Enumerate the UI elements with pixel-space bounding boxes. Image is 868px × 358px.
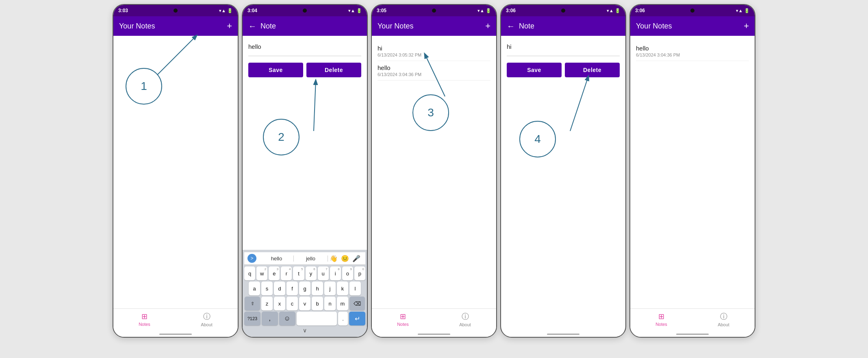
- key-w[interactable]: w2: [256, 266, 267, 280]
- key-row2-2: a s d f g h j k l: [244, 282, 365, 295]
- about-label-3: About: [459, 322, 471, 327]
- phone-2: 3:04 ▾▲ 🔋 ← Note hello Save Delete > hel…: [242, 4, 368, 338]
- note-divider-4: [507, 56, 620, 56]
- key-c[interactable]: c: [286, 297, 298, 310]
- key-j[interactable]: j: [324, 282, 336, 295]
- key-n[interactable]: n: [324, 297, 336, 310]
- key-k[interactable]: k: [337, 282, 348, 295]
- plus-icon-5[interactable]: +: [744, 22, 749, 31]
- status-icons-1: ▾▲ 🔋: [195, 8, 233, 13]
- bottom-nav-5: ⊞ Notes ⓘ About: [630, 308, 755, 331]
- delete-button-2[interactable]: Delete: [306, 63, 361, 77]
- key-a[interactable]: a: [249, 282, 260, 295]
- chevron-down-icon-2[interactable]: ∨: [303, 327, 307, 334]
- key-comma-emoji[interactable]: ,: [262, 312, 278, 325]
- time-5: 3:06: [635, 8, 673, 13]
- key-period[interactable]: .: [338, 312, 348, 325]
- home-bar-3: [372, 331, 496, 337]
- back-icon-2[interactable]: ←: [248, 22, 256, 31]
- nav-notes-5[interactable]: ⊞ Notes: [630, 312, 692, 327]
- keyboard-2[interactable]: > hello jello 👋 😐 🎤 q w2 e3 r4 t5 y6 u7 …: [243, 250, 367, 337]
- app-bar-3: Your Notes +: [372, 16, 496, 36]
- key-t[interactable]: t5: [293, 266, 304, 280]
- note-date-hi: 6/13/2024 3:05:32 PM: [378, 52, 490, 57]
- key-shift[interactable]: ⇧: [245, 297, 260, 310]
- key-emoji-face[interactable]: ☺: [279, 312, 295, 325]
- nav-about-3[interactable]: ⓘ About: [434, 312, 496, 327]
- suggestion-jello-2[interactable]: jello: [294, 255, 328, 262]
- suggestion-emoji2-2[interactable]: 😐: [339, 255, 351, 262]
- key-u[interactable]: u7: [318, 266, 329, 280]
- key-b[interactable]: b: [312, 297, 323, 310]
- about-label-5: About: [718, 322, 729, 327]
- status-icons-5: ▾▲ 🔋: [712, 8, 750, 13]
- bottom-nav-3: ⊞ Notes ⓘ About: [372, 308, 496, 331]
- phone-4: 3:06 ▾▲ 🔋 ← Note hi Save Delete 4: [500, 4, 626, 338]
- spacer-4: [501, 207, 625, 331]
- btn-row-2: Save Delete: [248, 63, 361, 77]
- key-d[interactable]: d: [274, 282, 285, 295]
- home-bar-line-4: [547, 334, 579, 335]
- status-bar-1: 3:03 ▾▲ 🔋: [113, 5, 238, 16]
- key-z[interactable]: z: [261, 297, 273, 310]
- save-button-2[interactable]: Save: [248, 63, 303, 77]
- key-q[interactable]: q: [244, 266, 255, 280]
- suggestion-hello-2[interactable]: hello: [260, 255, 294, 262]
- note-divider-2: [248, 56, 361, 56]
- nav-about-1[interactable]: ⓘ About: [176, 312, 238, 327]
- key-x[interactable]: x: [274, 297, 285, 310]
- key-h[interactable]: h: [312, 282, 323, 295]
- suggestions-row-2: > hello jello 👋 😐 🎤: [244, 252, 365, 265]
- key-l[interactable]: l: [349, 282, 361, 295]
- key-r[interactable]: r4: [281, 266, 292, 280]
- key-f[interactable]: f: [286, 282, 298, 295]
- nav-about-5[interactable]: ⓘ About: [692, 312, 755, 327]
- home-bar-line-3: [418, 334, 450, 335]
- key-e[interactable]: e3: [269, 266, 280, 280]
- key-s[interactable]: s: [261, 282, 273, 295]
- note-item-hello-5[interactable]: hello 6/13/2024 3:04:36 PM: [636, 41, 749, 61]
- key-g[interactable]: g: [299, 282, 310, 295]
- key-numbers[interactable]: ?123: [244, 312, 260, 325]
- key-enter[interactable]: ↵: [349, 312, 365, 325]
- time-2: 3:04: [247, 8, 286, 13]
- back-icon-4[interactable]: ←: [507, 22, 515, 31]
- key-o[interactable]: o9: [342, 266, 353, 280]
- key-backspace[interactable]: ⌫: [349, 297, 365, 310]
- key-i[interactable]: i8: [330, 266, 341, 280]
- app-bar-2: ← Note: [243, 16, 367, 36]
- note-item-hello[interactable]: hello 6/13/2024 3:04:36 PM: [378, 61, 490, 81]
- nav-notes-1[interactable]: ⊞ Notes: [113, 312, 176, 327]
- key-m[interactable]: m: [337, 297, 348, 310]
- status-bar-4: 3:06 ▾▲ 🔋: [501, 5, 625, 16]
- notes-icon-1: ⊞: [141, 312, 148, 321]
- key-p[interactable]: p0: [354, 266, 365, 280]
- note-item-hi[interactable]: hi 6/13/2024 3:05:32 PM: [378, 41, 490, 61]
- note-title-hello: hello: [378, 64, 490, 71]
- note-date-hello-5: 6/13/2024 3:04:36 PM: [636, 52, 749, 57]
- notes-label-3: Notes: [397, 322, 409, 327]
- phone-3: 3:05 ▾▲ 🔋 Your Notes + hi 6/13/2024 3:05…: [371, 4, 497, 338]
- about-label-1: About: [201, 322, 213, 327]
- key-y[interactable]: y6: [306, 266, 317, 280]
- save-button-4[interactable]: Save: [507, 63, 562, 77]
- content-2: hello Save Delete: [243, 36, 367, 250]
- about-icon-1: ⓘ: [203, 312, 210, 321]
- suggestion-emoji1-2[interactable]: 👋: [328, 255, 339, 262]
- expand-icon-2[interactable]: >: [247, 254, 256, 263]
- nav-notes-3[interactable]: ⊞ Notes: [372, 312, 434, 327]
- notes-label-1: Notes: [139, 322, 150, 327]
- note-title-hi: hi: [378, 45, 490, 52]
- camera-dot-2: [286, 9, 324, 13]
- note-text-4: hi: [507, 41, 620, 52]
- bottom-nav-1: ⊞ Notes ⓘ About: [113, 308, 238, 331]
- mic-icon-2[interactable]: 🎤: [351, 255, 362, 262]
- app-bar-title-2: Note: [260, 22, 276, 31]
- plus-icon-1[interactable]: +: [227, 22, 232, 31]
- key-v[interactable]: v: [299, 297, 310, 310]
- key-space[interactable]: [297, 312, 337, 325]
- delete-button-4[interactable]: Delete: [565, 63, 620, 77]
- status-icons-3: ▾▲ 🔋: [453, 8, 491, 13]
- plus-icon-3[interactable]: +: [485, 22, 490, 31]
- keyboard-collapse-2[interactable]: ∨: [244, 325, 365, 335]
